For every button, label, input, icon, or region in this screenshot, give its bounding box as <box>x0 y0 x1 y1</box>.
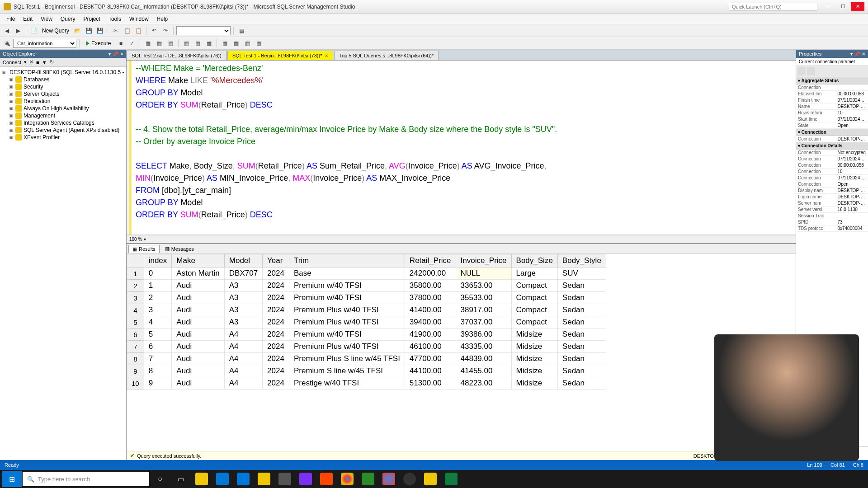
chrome-icon[interactable] <box>337 471 357 487</box>
maximize-button[interactable]: ☐ <box>836 2 850 11</box>
categorized-icon[interactable] <box>797 67 806 75</box>
expander-icon[interactable]: ▣ <box>8 113 14 118</box>
property-row[interactable]: Display namDESKTOP-8L98F <box>796 188 868 194</box>
menu-tools[interactable]: Tools <box>105 15 125 23</box>
store-icon[interactable] <box>275 471 295 487</box>
new-query-icon[interactable]: 📄 <box>29 26 39 36</box>
include-stats-icon[interactable]: ▦ <box>165 38 175 48</box>
zoom-dropdown-icon[interactable]: ▾ <box>144 237 146 242</box>
results-file-icon[interactable]: ▦ <box>204 38 214 48</box>
property-row[interactable]: Session Trac <box>796 213 868 219</box>
pin-icon[interactable]: ▾ <box>108 52 111 56</box>
sql-editor[interactable]: --WHERE Make = 'Mercedes-Benz'WHERE Make… <box>127 61 796 235</box>
notes-icon[interactable] <box>420 471 440 487</box>
tab-close-icon[interactable]: ✕ <box>325 53 328 58</box>
document-tab[interactable]: SQL Test 1 - Begin...8L98FK0\pitsi (73))… <box>227 51 334 60</box>
explorer-icon[interactable] <box>192 471 212 487</box>
connect-button[interactable]: Connect <box>3 60 21 65</box>
new-query-label[interactable]: New Query <box>40 28 71 34</box>
menu-query[interactable]: Query <box>57 15 79 23</box>
stop-icon[interactable]: ■ <box>116 38 126 48</box>
column-header[interactable]: Trim <box>289 254 405 267</box>
edge-icon[interactable] <box>212 471 232 487</box>
tree-node[interactable]: ▣Replication <box>2 98 124 105</box>
change-connection-icon[interactable]: 🔌 <box>2 38 12 48</box>
excel-icon[interactable] <box>441 471 461 487</box>
expander-icon[interactable]: ▣ <box>8 128 14 132</box>
table-row[interactable]: 21AudiA32024Premium w/40 TFSI35800.00336… <box>127 280 606 292</box>
results-grid-icon[interactable]: ▦ <box>181 38 191 48</box>
outdent-icon[interactable]: ▦ <box>254 38 264 48</box>
start-button[interactable]: ⊞ <box>2 471 22 487</box>
panel-close-icon[interactable]: ✕ <box>862 52 865 56</box>
column-header[interactable]: Invoice_Price <box>456 254 511 267</box>
table-row[interactable]: 76AudiA42024Premium Plus w/40 TFSI46100.… <box>127 341 606 353</box>
open-icon[interactable]: 📂 <box>72 26 82 36</box>
chrome2-icon[interactable] <box>379 471 399 487</box>
column-header[interactable]: Retail_Price <box>405 254 456 267</box>
back-icon[interactable]: ◀ <box>2 26 12 36</box>
tree-node[interactable]: ▣Management <box>2 112 124 119</box>
cortana-icon[interactable]: ○ <box>150 471 170 487</box>
brave-icon[interactable] <box>316 471 336 487</box>
tree-node[interactable]: ▣SQL Server Agent (Agent XPs disabled) <box>2 127 124 134</box>
autohide-icon[interactable]: 📌 <box>113 52 118 56</box>
results-text-icon[interactable]: ▦ <box>193 38 203 48</box>
property-row[interactable]: Connection00:00:00.058 <box>796 162 868 169</box>
alphabetical-icon[interactable] <box>807 67 815 75</box>
include-plan-icon[interactable]: ▦ <box>154 38 164 48</box>
menu-window[interactable]: Window <box>126 15 152 23</box>
folder-icon[interactable] <box>254 471 274 487</box>
pin-icon[interactable]: ▾ <box>850 52 853 56</box>
parse-icon[interactable]: ✓ <box>127 38 137 48</box>
save-all-icon[interactable]: 💾 <box>95 26 105 36</box>
property-row[interactable]: StateOpen <box>796 122 868 129</box>
property-row[interactable]: Finish time07/11/2024 09: <box>796 97 868 103</box>
menu-help[interactable]: Help <box>153 15 172 23</box>
expander-icon[interactable]: ▣ <box>8 121 14 125</box>
column-header[interactable]: Model <box>224 254 262 267</box>
table-row[interactable]: 32AudiA32024Premium w/40 TFSI37800.00355… <box>127 292 606 304</box>
panel-close-icon[interactable]: ✕ <box>120 52 123 56</box>
solution-config-dropdown[interactable] <box>176 26 231 35</box>
property-row[interactable]: NameDESKTOP-8L98F <box>796 103 868 110</box>
table-row[interactable]: 98AudiA42024Premium S line w/45 TFSI4410… <box>127 365 606 377</box>
property-group[interactable]: ▾ Connection <box>796 129 868 136</box>
tree-node[interactable]: ▣Server Objects <box>2 90 124 98</box>
app-icon[interactable] <box>358 471 378 487</box>
copy-icon[interactable]: 📋 <box>122 26 132 36</box>
column-header[interactable] <box>127 254 144 267</box>
undo-icon[interactable]: ↶ <box>149 26 159 36</box>
close-button[interactable]: ✕ <box>851 2 864 11</box>
property-row[interactable]: Connection10 <box>796 169 868 175</box>
property-row[interactable]: Connection07/11/2024 09: <box>796 175 868 181</box>
document-tab[interactable]: Top 5 SQL Queries.s...8L98FK0\pitsi (64)… <box>334 51 439 60</box>
save-icon[interactable]: 💾 <box>84 26 94 36</box>
refresh-icon[interactable]: ↻ <box>50 59 54 65</box>
quicklaunch-input[interactable] <box>729 3 817 11</box>
tree-server-node[interactable]: ▣ DESKTOP-8L98FK0 (SQL Server 16.0.1130.… <box>2 69 124 76</box>
expander-icon[interactable]: ▣ <box>8 84 14 89</box>
property-row[interactable]: Connection <box>796 84 868 91</box>
tree-node[interactable]: ▣Always On High Availability <box>2 105 124 112</box>
property-row[interactable]: Server versi16.0.1130 <box>796 206 868 213</box>
mail-icon[interactable] <box>233 471 253 487</box>
table-row[interactable]: 65AudiA42024Premium w/40 TFSI41900.00393… <box>127 328 606 341</box>
tree-node[interactable]: ▣Integration Services Catalogs <box>2 119 124 127</box>
expander-icon[interactable]: ▣ <box>8 77 14 82</box>
tree-node[interactable]: ▣Databases <box>2 76 124 83</box>
column-header[interactable]: Body_Style <box>557 254 606 267</box>
display-plan-icon[interactable]: ▦ <box>143 38 153 48</box>
obs-icon[interactable] <box>400 471 420 487</box>
property-row[interactable]: TDS protocc0x74000004 <box>796 225 868 232</box>
table-row[interactable]: 87AudiA42024Premium Plus S line w/45 TFS… <box>127 353 606 365</box>
table-row[interactable]: 54AudiA32024Premium Plus w/40 TFSI39400.… <box>127 316 606 328</box>
results-grid[interactable]: indexMakeModelYearTrimRetail_PriceInvoic… <box>127 254 606 389</box>
expander-icon[interactable]: ▣ <box>8 106 14 111</box>
property-row[interactable]: ConnectionNot encrypted <box>796 150 868 156</box>
forward-icon[interactable]: ▶ <box>13 26 23 36</box>
redo-icon[interactable]: ↷ <box>160 26 170 36</box>
document-tab[interactable]: SQL Test 2.sql - DE...8L98FK0\pitsi (76)… <box>127 51 226 60</box>
zoom-level[interactable]: 100 % <box>129 237 142 242</box>
paste-icon[interactable]: 📋 <box>133 26 143 36</box>
